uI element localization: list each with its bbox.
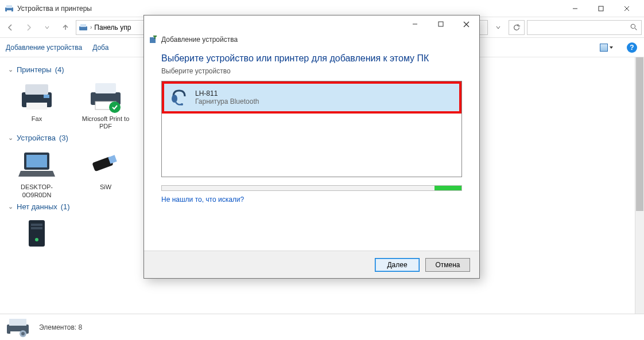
- dialog-footer: Далее Отмена: [144, 251, 479, 278]
- window-controls: [562, 0, 639, 17]
- group-label: Принтеры: [17, 65, 52, 74]
- laptop-icon: [18, 148, 55, 180]
- svg-rect-4: [599, 6, 603, 11]
- minimize-button[interactable]: [562, 0, 588, 17]
- svg-rect-7: [79, 26, 87, 30]
- group-count: (3): [59, 134, 68, 142]
- devices-printers-icon: [5, 4, 14, 13]
- window-title: Устройства и принтеры: [17, 5, 562, 13]
- device-item-fax[interactable]: Fax: [8, 80, 65, 130]
- toolbar-add-device[interactable]: Добавление устройства: [6, 44, 82, 52]
- svg-rect-25: [31, 227, 42, 229]
- svg-rect-19: [26, 155, 47, 167]
- device-item-desktop[interactable]: DESKTOP-0O9R0DN: [8, 148, 65, 198]
- chevron-down-icon: ⌄: [8, 134, 13, 142]
- dialog-close-button[interactable]: [453, 16, 479, 33]
- group-label: Устройства: [17, 134, 56, 142]
- add-device-dialog: Добавление устройства Выберите устройств…: [143, 15, 480, 279]
- svg-rect-32: [439, 22, 443, 26]
- device-entry-type: Гарнитура Bluetooth: [195, 97, 259, 105]
- statusbar-icon: [6, 316, 30, 338]
- next-button[interactable]: Далее: [375, 258, 420, 272]
- dialog-titlebar: [144, 15, 479, 33]
- device-label: DESKTOP-0O9R0DN: [8, 183, 65, 198]
- back-button[interactable]: [2, 19, 18, 36]
- device-item-siw[interactable]: SiW: [77, 148, 134, 198]
- bluetooth-headset-icon: [170, 88, 188, 107]
- help-button[interactable]: ?: [626, 41, 638, 54]
- chevron-down-icon: ⌄: [8, 66, 13, 73]
- help-icon: ?: [627, 42, 637, 53]
- dialog-subheading: Выберите устройство: [161, 67, 462, 75]
- up-button[interactable]: [57, 19, 73, 36]
- search-icon: [630, 24, 638, 31]
- device-item-ms-print-pdf[interactable]: Microsoft Print to PDF: [77, 80, 134, 130]
- search-progress-bar: [161, 185, 462, 191]
- svg-point-39: [181, 103, 183, 105]
- svg-rect-8: [80, 24, 86, 27]
- device-list[interactable]: LH-811 Гарнитура Bluetooth: [161, 81, 462, 177]
- svg-rect-16: [95, 83, 116, 93]
- fax-icon: [18, 80, 55, 112]
- device-label: Microsoft Print to PDF: [77, 115, 134, 130]
- svg-rect-14: [44, 95, 49, 98]
- usb-drive-icon: [87, 148, 124, 180]
- forward-button[interactable]: [21, 19, 37, 36]
- device-entry-selected[interactable]: LH-811 Гарнитура Bluetooth: [162, 81, 461, 114]
- maximize-button[interactable]: [588, 0, 614, 17]
- refresh-button[interactable]: [509, 20, 525, 35]
- close-button[interactable]: [614, 0, 639, 17]
- dialog-minimize-button[interactable]: [402, 16, 428, 33]
- svg-line-10: [635, 28, 637, 30]
- svg-point-9: [631, 24, 635, 28]
- svg-rect-24: [31, 224, 42, 226]
- recent-dropdown[interactable]: [39, 19, 55, 36]
- printer-icon: [87, 80, 124, 112]
- dialog-heading: Выберите устройство или принтер для доба…: [161, 53, 462, 64]
- svg-rect-12: [25, 84, 48, 95]
- group-label: Нет данных: [17, 202, 57, 211]
- search-input[interactable]: [527, 20, 642, 35]
- dialog-header: Добавление устройства: [144, 33, 479, 50]
- svg-rect-37: [154, 36, 156, 39]
- device-entry-name: LH-811: [195, 89, 259, 97]
- svg-rect-13: [26, 103, 47, 110]
- add-device-icon: [149, 35, 158, 44]
- group-count: (4): [55, 65, 64, 74]
- vertical-scrollbar[interactable]: [635, 57, 644, 314]
- cancel-button[interactable]: Отмена: [425, 258, 470, 272]
- svg-rect-2: [7, 10, 11, 12]
- device-label: SiW: [77, 183, 134, 191]
- breadcrumb-segment[interactable]: Панель упр: [94, 24, 131, 32]
- view-mode-dropdown[interactable]: [598, 42, 615, 53]
- group-count: (1): [61, 202, 70, 211]
- chevron-down-icon: ⌄: [8, 203, 13, 210]
- view-thumbnails-icon: [600, 44, 608, 52]
- progress-fill: [434, 186, 461, 190]
- scrollbar-thumb[interactable]: [636, 57, 643, 211]
- svg-point-30: [21, 332, 25, 335]
- addressbar-icon: [79, 23, 88, 32]
- status-bar: Элементов: 8: [0, 314, 644, 340]
- default-check-badge: [109, 101, 121, 113]
- help-link[interactable]: Не нашли то, что искали?: [161, 196, 462, 204]
- svg-rect-1: [6, 5, 12, 8]
- tower-pc-icon: [18, 217, 55, 249]
- device-label: Fax: [8, 115, 65, 123]
- svg-point-23: [35, 238, 38, 241]
- dialog-title: Добавление устройства: [161, 36, 238, 44]
- dialog-maximize-button[interactable]: [428, 16, 453, 33]
- address-dropdown[interactable]: [490, 19, 506, 36]
- toolbar-add-printer[interactable]: Доба: [92, 44, 108, 52]
- svg-point-38: [172, 95, 177, 103]
- svg-rect-27: [9, 319, 26, 326]
- status-text: Элементов: 8: [39, 323, 82, 331]
- device-item-unknown[interactable]: [8, 217, 65, 252]
- chevron-right-icon: ›: [90, 24, 92, 30]
